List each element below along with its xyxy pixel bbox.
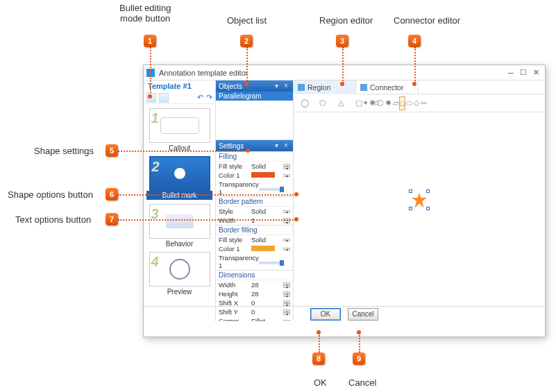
annotation-label-8: OK [314, 377, 327, 388]
shape-pentagon-icon[interactable]: ⬠ [316, 96, 330, 110]
tab-connector[interactable]: Connector [356, 80, 419, 94]
annotation-marker-9: 9 [353, 352, 365, 365]
annotation-label-7: Text options button [15, 214, 91, 225]
properties-column: Objects ▾ × Parallelogram Settings ▾ × F… [216, 80, 294, 321]
annotation-label-1: Bullet editing mode button [119, 3, 171, 24]
undo-button[interactable]: ↶ [197, 93, 203, 102]
settings-section-dimensions: Dimensions [216, 270, 293, 280]
cancel-button[interactable]: Cancel [348, 308, 378, 321]
shape-parallelogram-icon[interactable]: ▱ [392, 96, 399, 110]
sidebar-item-label: Behavior [146, 240, 212, 248]
setting-bf-transparency1[interactable]: Transparency 1 [216, 253, 293, 270]
object-row[interactable]: Parallelogram [216, 92, 293, 101]
setting-bf-fill-style[interactable]: Fill styleSolid▾ [216, 235, 293, 244]
setting-fill-style[interactable]: Fill styleSolid▴▾ [216, 162, 293, 171]
shape-square-icon[interactable]: □ [399, 96, 405, 110]
shape-burst-icon[interactable]: ✺ [369, 96, 376, 110]
annotation-marker-1: 1 [144, 35, 156, 47]
setting-color1[interactable]: Color 1▾ [216, 171, 293, 180]
settings-panel-header: Settings ▾ × [216, 140, 293, 151]
shape-gear-icon[interactable]: ✹ [385, 96, 392, 110]
shape-diamond-icon[interactable]: ◇ [413, 96, 420, 110]
objects-close-icon[interactable]: × [282, 82, 290, 90]
ok-button[interactable]: OK [310, 308, 341, 321]
shape-plus-icon[interactable]: ✦ ✺ ⬡ ✹ ▱ □ ⬭ ◇ ⇿ [388, 96, 402, 110]
annotation-marker-5: 5 [106, 144, 118, 157]
canvas-shape-object[interactable] [412, 192, 427, 207]
annotation-label-2: Object list [227, 15, 267, 26]
close-button[interactable]: ✕ [530, 67, 542, 78]
mode-button-bullet[interactable] [159, 93, 169, 103]
annotation-marker-8: 8 [312, 352, 325, 365]
dialog-footer: OK Cancel [144, 306, 545, 321]
sidebar-item-preview[interactable]: 4 Preview [146, 252, 212, 296]
shape-rounded-icon[interactable]: ⬭ [405, 96, 413, 110]
editor-window: Annotation template editor ─ ☐ ✕ Templat… [143, 65, 546, 337]
shape-arrows-icon[interactable]: ⇿ [420, 96, 428, 110]
redo-button[interactable]: ↷ [206, 93, 212, 102]
template-sidebar: Template #1 ↶ ↷ 1 Callout 2 Bullet mark … [144, 80, 216, 321]
annotation-marker-3: 3 [336, 35, 348, 47]
canvas[interactable] [294, 112, 545, 321]
settings-panel: Filling Fill styleSolid▴▾ Color 1▾ Trans… [216, 151, 293, 321]
setting-bf-color1[interactable]: Color 1▾ [216, 244, 293, 253]
titlebar: Annotation template editor ─ ☐ ✕ [144, 65, 545, 80]
shape-bucket-icon[interactable]: ⬡ [376, 96, 385, 110]
sidebar-item-label: Preview [146, 288, 212, 296]
canvas-column: Region Connector ◯ ⬠ △ ▢ ☆ ✦ ✺ ⬡ ✹ ▱ □ ⬭ [294, 80, 545, 321]
settings-close-icon[interactable]: × [282, 142, 290, 150]
settings-section-filling: Filling [216, 151, 293, 162]
setting-dim-width[interactable]: Width28▴▾ [216, 280, 293, 289]
settings-section-border-pattern: Border pattern [216, 196, 293, 207]
tab-region[interactable]: Region [294, 80, 356, 94]
setting-style[interactable]: StyleSolid▾ [216, 207, 293, 216]
objects-expand-icon[interactable]: ▾ [272, 82, 280, 90]
annotation-label-3: Region editor [319, 15, 373, 26]
objects-panel-header: Objects ▾ × [216, 80, 293, 92]
window-title: Annotation template editor [159, 69, 248, 77]
annotation-marker-4: 4 [408, 35, 421, 47]
settings-expand-icon[interactable]: ▾ [272, 142, 280, 150]
connector-icon [360, 84, 367, 91]
annotation-label-4: Connector editor [394, 15, 460, 26]
template-name: Template #1 [144, 80, 215, 92]
settings-section-border-filling: Border filling [216, 225, 293, 235]
annotation-label-6: Shape options button [8, 189, 93, 200]
shape-circle-icon[interactable]: ◯ [298, 96, 312, 110]
annotation-marker-6: 6 [106, 188, 118, 201]
region-icon [298, 84, 305, 91]
annotation-label-9: Cancel [348, 377, 376, 388]
sidebar-toolbar: ↶ ↷ [144, 92, 215, 104]
shape-triangle-icon[interactable]: △ [334, 96, 348, 110]
objects-list[interactable]: Parallelogram [216, 92, 293, 140]
annotation-marker-7: 7 [106, 213, 118, 225]
shape-toolbar: ◯ ⬠ △ ▢ ☆ ✦ ✺ ⬡ ✹ ▱ □ ⬭ ◇ ⇿ [294, 94, 545, 112]
maximize-button[interactable]: ☐ [517, 67, 530, 78]
annotation-marker-2: 2 [240, 35, 253, 47]
sidebar-item-bullet-mark[interactable]: 2 Bullet mark [146, 156, 212, 200]
setting-dim-height[interactable]: Height28▴▾ [216, 289, 293, 298]
sidebar-item-callout[interactable]: 1 Callout [146, 108, 212, 152]
sidebar-item-behavior[interactable]: 3 Behavior [146, 204, 212, 248]
annotation-label-5: Shape settings [34, 146, 94, 156]
minimize-button[interactable]: ─ [505, 67, 517, 78]
